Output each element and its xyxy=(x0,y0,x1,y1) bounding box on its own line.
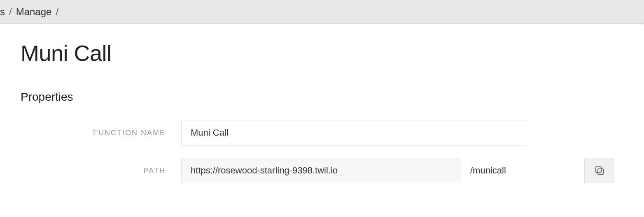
breadcrumb: s / Manage / xyxy=(0,6,63,18)
breadcrumb-bar: s / Manage / xyxy=(0,0,644,24)
breadcrumb-item-manage[interactable]: Manage xyxy=(16,6,52,18)
svg-rect-1 xyxy=(596,167,601,172)
properties-section-title: Properties xyxy=(21,90,623,104)
breadcrumb-separator: / xyxy=(9,6,12,18)
path-input[interactable] xyxy=(461,158,585,183)
function-name-input[interactable] xyxy=(181,120,526,145)
copy-icon xyxy=(595,166,604,175)
path-input-group: https://rosewood-starling-9398.twil.io xyxy=(181,158,614,183)
page-title: Muni Call xyxy=(21,40,623,66)
function-name-label: FUNCTION NAME xyxy=(21,129,181,137)
breadcrumb-prefix: s xyxy=(0,6,5,18)
content-area: Muni Call Properties FUNCTION NAME PATH … xyxy=(0,40,644,183)
path-row: PATH https://rosewood-starling-9398.twil… xyxy=(21,158,623,183)
svg-rect-0 xyxy=(598,169,603,174)
breadcrumb-separator: / xyxy=(56,6,58,18)
path-label: PATH xyxy=(21,166,181,175)
url-prefix-display: https://rosewood-starling-9398.twil.io xyxy=(181,158,461,183)
copy-button[interactable] xyxy=(585,158,614,183)
function-name-row: FUNCTION NAME xyxy=(21,120,623,145)
